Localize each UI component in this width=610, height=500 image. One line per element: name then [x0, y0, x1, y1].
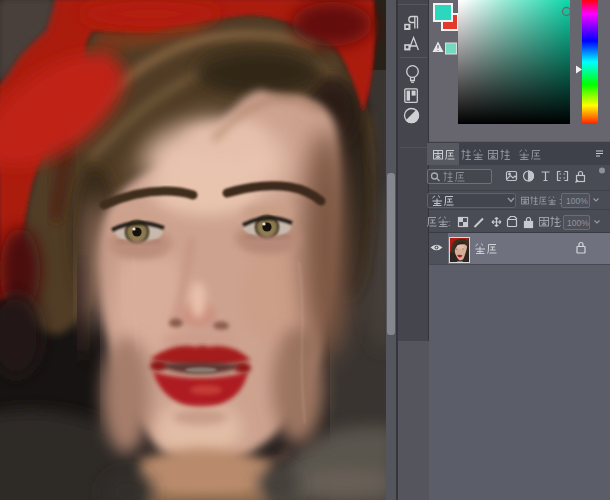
svg-text::: : — [559, 196, 562, 206]
svg-text::: : — [448, 218, 451, 228]
svg-text:100%: 100% — [567, 218, 589, 228]
svg-text::: : — [559, 218, 562, 228]
svg-text:100%: 100% — [566, 196, 588, 206]
